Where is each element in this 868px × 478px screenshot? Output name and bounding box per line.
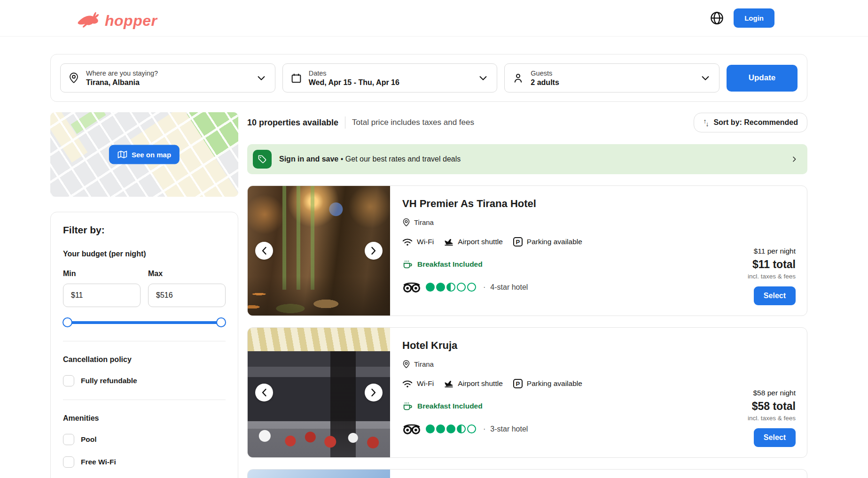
banner-bold: Sign in and save <box>279 155 338 163</box>
wifi-icon <box>402 380 413 388</box>
calendar-icon <box>290 72 302 84</box>
brand-wordmark: hopper <box>105 13 157 28</box>
hotel-card: Mondial Hotel <box>247 469 807 478</box>
filter-option-pool[interactable]: Pool <box>63 434 226 445</box>
guests-value: 2 adults <box>531 78 694 87</box>
dot-separator: · <box>483 425 485 433</box>
min-price-input[interactable] <box>63 284 141 307</box>
breakfast-cup-icon <box>402 401 413 411</box>
parking-icon: P <box>513 379 523 388</box>
chevron-right-icon[interactable] <box>790 155 798 163</box>
destination-label: Where are you staying? <box>86 69 250 77</box>
checkbox[interactable] <box>63 375 74 386</box>
amenity-label: Airport shuttle <box>458 238 503 246</box>
star-class-label: 4-star hotel <box>490 283 528 292</box>
rating-circle <box>467 283 476 292</box>
sort-arrows-icon: ↑↓ <box>703 119 709 126</box>
rating-circle <box>457 283 466 292</box>
price-per-night: $11 per night <box>754 247 796 255</box>
chevron-down-icon <box>478 73 488 83</box>
tripadvisor-icon <box>402 423 421 435</box>
map-thumbnail[interactable]: See on map <box>50 112 238 197</box>
checkbox[interactable] <box>63 434 74 445</box>
min-label: Min <box>63 270 141 278</box>
person-icon <box>512 72 524 84</box>
hotel-photo <box>248 328 390 457</box>
select-button[interactable]: Select <box>754 428 796 447</box>
guests-label: Guests <box>531 69 694 77</box>
guests-field[interactable]: Guests 2 adults <box>504 63 719 93</box>
breakfast-label: Breakfast Included <box>417 402 483 410</box>
rating-circle <box>457 424 466 433</box>
hotel-name[interactable]: Hotel Kruja <box>402 339 695 352</box>
filter-option-free-wifi[interactable]: Free Wi-Fi <box>63 456 226 468</box>
results-column: 10 properties available Total price incl… <box>247 112 807 478</box>
airport-shuttle-icon <box>444 379 454 388</box>
rating-circle <box>436 424 445 433</box>
amenity-label: Parking available <box>527 379 582 388</box>
header-actions: Login <box>710 8 774 28</box>
sign-in-banner[interactable]: Sign in and save • Get our best rates an… <box>247 144 807 174</box>
hotel-name[interactable]: VH Premier As Tirana Hotel <box>402 197 695 210</box>
price-total: $11 total <box>752 258 796 271</box>
search-bar: Where are you staying? Tirana, Albania D… <box>50 54 807 102</box>
rating-circle <box>426 283 435 292</box>
rating-circle <box>436 283 445 292</box>
hotel-card: Hotel Kruja Tirana Wi-Fi <box>247 327 807 458</box>
tripadvisor-rating <box>426 424 477 433</box>
banner-separator: • <box>341 155 344 163</box>
see-on-map-button[interactable]: See on map <box>109 145 180 164</box>
amenity-label: Airport shuttle <box>458 379 503 388</box>
divider <box>63 400 226 400</box>
price-note: Total price includes taxes and fees <box>352 118 474 127</box>
map-icon <box>117 151 127 159</box>
hotel-card: VH Premier As Tirana Hotel Tirana Wi <box>247 185 807 316</box>
slider-handle-min[interactable] <box>63 317 72 327</box>
dates-label: Dates <box>309 69 472 77</box>
filter-option-fully-refundable[interactable]: Fully refundable <box>63 375 226 386</box>
cancellation-title: Cancellation policy <box>63 355 226 364</box>
destination-field[interactable]: Where are you staying? Tirana, Albania <box>60 63 275 93</box>
slider-track <box>64 321 225 324</box>
tag-icon <box>253 150 272 169</box>
globe-icon[interactable] <box>710 11 724 25</box>
filter-panel: Filter by: Your budget (per night) Min M… <box>50 212 238 478</box>
breakfast-label: Breakfast Included <box>417 260 483 269</box>
hopper-logo[interactable]: hopper <box>77 8 157 28</box>
airport-shuttle-icon <box>444 238 454 247</box>
destination-value: Tirana, Albania <box>86 78 250 87</box>
carousel-next-button[interactable] <box>365 242 383 260</box>
price-range-slider[interactable] <box>63 317 226 328</box>
dot-separator: · <box>483 283 485 292</box>
results-header: 10 properties available Total price incl… <box>247 112 807 133</box>
fees-note: incl. taxes & fees <box>748 273 796 280</box>
login-button[interactable]: Login <box>734 8 774 28</box>
see-on-map-label: See on map <box>132 151 171 159</box>
amenity-label: Wi-Fi <box>417 238 434 246</box>
parking-icon: P <box>513 237 523 247</box>
location-pin-icon <box>68 72 79 84</box>
header: hopper Login <box>0 0 868 37</box>
price-total: $58 total <box>752 400 796 413</box>
carousel-prev-button[interactable] <box>255 242 273 260</box>
fees-note: incl. taxes & fees <box>748 415 796 422</box>
budget-title: Your budget (per night) <box>63 250 226 258</box>
wifi-icon <box>402 238 413 246</box>
hotel-location: Tirana <box>414 218 434 226</box>
carousel-next-button[interactable] <box>365 384 383 401</box>
chevron-down-icon <box>256 73 266 83</box>
slider-handle-max[interactable] <box>216 317 226 327</box>
amenities-title: Amenities <box>63 414 226 423</box>
dates-field[interactable]: Dates Wed, Apr 15 - Thu, Apr 16 <box>282 63 498 93</box>
select-button[interactable]: Select <box>754 286 796 305</box>
checkbox[interactable] <box>63 456 74 468</box>
tripadvisor-icon <box>402 281 421 293</box>
breakfast-cup-icon <box>402 259 413 270</box>
dates-value: Wed, Apr 15 - Thu, Apr 16 <box>309 78 472 87</box>
update-button[interactable]: Update <box>727 65 798 92</box>
sort-button[interactable]: ↑↓ Sort by: Recommended <box>694 113 807 132</box>
location-pin-icon <box>402 360 410 369</box>
carousel-prev-button[interactable] <box>255 384 273 401</box>
max-price-input[interactable] <box>148 284 226 307</box>
content: See on map Filter by: Your budget (per n… <box>50 112 807 478</box>
